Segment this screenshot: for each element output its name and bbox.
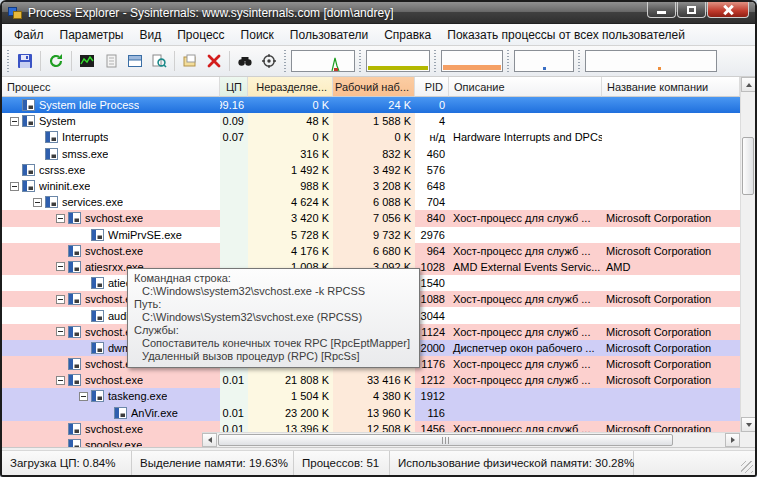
cell-desc bbox=[449, 146, 602, 162]
arrow-up-icon bbox=[746, 83, 752, 87]
close-button[interactable] bbox=[707, 2, 749, 18]
toolbar-grip[interactable] bbox=[282, 50, 289, 72]
toolbar-grip[interactable] bbox=[505, 50, 512, 72]
process-row[interactable]: Interrupts0.070 K0 Kн/дHardware Interrup… bbox=[2, 129, 740, 145]
menu-item[interactable]: Пользователи bbox=[282, 25, 376, 45]
process-row[interactable]: System0.0948 K1 588 K4 bbox=[2, 113, 740, 129]
scroll-down-button[interactable] bbox=[741, 417, 755, 432]
properties-button[interactable] bbox=[178, 49, 202, 73]
collapse-expander[interactable] bbox=[56, 295, 65, 304]
cell-ws: 7 056 K bbox=[333, 210, 415, 226]
maximize-button[interactable] bbox=[677, 2, 706, 18]
cell-pid: 4 bbox=[415, 113, 449, 129]
io-history-minigraph[interactable] bbox=[514, 50, 574, 72]
process-tree-cell: wininit.exe bbox=[2, 178, 220, 194]
process-row[interactable]: svchost.exe3 420 K7 056 K840Хост-процесс… bbox=[2, 210, 740, 226]
cell-company bbox=[602, 275, 740, 291]
menu-item[interactable]: Показать процессы от всех пользователей bbox=[439, 25, 693, 45]
collapse-expander[interactable] bbox=[79, 392, 88, 401]
process-row[interactable]: System Idle Process99.160 K24 K0 bbox=[2, 97, 740, 113]
cell-ws: 6 088 K bbox=[333, 194, 415, 210]
horizontal-scrollbar[interactable] bbox=[202, 432, 740, 447]
status-bar: Загрузка ЦП: 0.84%Выделение памяти: 19.6… bbox=[2, 450, 755, 475]
kill-process-button[interactable] bbox=[202, 49, 226, 73]
toolbar-grip[interactable] bbox=[432, 50, 439, 72]
process-name: spoolsv.exe bbox=[85, 439, 142, 447]
cell-ws: 3 208 K bbox=[333, 178, 415, 194]
column-header[interactable]: Название компании bbox=[602, 77, 740, 97]
cell-priv: 0 K bbox=[248, 129, 333, 145]
menu-item[interactable]: Параметры bbox=[52, 25, 132, 45]
show-lower-pane-button[interactable] bbox=[123, 49, 147, 73]
status-segment: Использование физической памяти: 30.28% bbox=[390, 451, 634, 475]
column-header[interactable]: ЦП bbox=[220, 77, 248, 97]
column-header[interactable]: Рабочий наб... bbox=[333, 77, 415, 97]
cell-pid: 1176 bbox=[415, 356, 449, 372]
scroll-right-button[interactable] bbox=[725, 433, 740, 447]
collapse-expander[interactable] bbox=[10, 182, 19, 191]
view-dlls-button[interactable] bbox=[147, 49, 171, 73]
process-row[interactable]: services.exe4 624 K6 088 K704 bbox=[2, 194, 740, 210]
commit-history-minigraph[interactable] bbox=[366, 50, 430, 72]
collapse-expander[interactable] bbox=[56, 214, 65, 223]
process-row[interactable]: taskeng.exe1 504 K4 380 K1912 bbox=[2, 388, 740, 404]
show-lower-pane-icon bbox=[127, 53, 143, 69]
vertical-scroll-thumb[interactable] bbox=[742, 137, 754, 195]
cell-company bbox=[602, 194, 740, 210]
process-row[interactable]: svchost.exe< 0.0121 808 K33 416 K1212Хос… bbox=[2, 372, 740, 388]
scroll-left-button[interactable] bbox=[202, 433, 217, 447]
toolbar-grip[interactable] bbox=[576, 50, 583, 72]
cpu-usage-minigraph[interactable] bbox=[291, 50, 355, 72]
process-row[interactable]: smss.exe316 K832 K460 bbox=[2, 146, 740, 162]
collapse-expander[interactable] bbox=[33, 198, 42, 207]
menu-item[interactable]: Справка bbox=[376, 25, 439, 45]
process-name: wininit.exe bbox=[39, 180, 90, 192]
minimize-button[interactable] bbox=[647, 2, 676, 18]
cell-cpu: < 0.01 bbox=[220, 372, 248, 388]
toolbar-grip[interactable] bbox=[357, 50, 364, 72]
process-name: svchost.exe bbox=[85, 423, 143, 435]
resize-grip-icon[interactable] bbox=[741, 461, 753, 473]
save-button[interactable] bbox=[13, 49, 37, 73]
column-header[interactable]: Процесс bbox=[2, 77, 220, 97]
cell-priv: 3 420 K bbox=[248, 210, 333, 226]
cell-company bbox=[602, 97, 740, 113]
scroll-up-button[interactable] bbox=[741, 77, 755, 92]
title-bar[interactable]: Process Explorer - Sysinternals: www.sys… bbox=[2, 2, 755, 24]
find-window-process-button[interactable] bbox=[257, 49, 281, 73]
process-row[interactable]: AnVir.exe0.0123 200 K13 960 K116 bbox=[2, 405, 740, 421]
collapse-expander[interactable] bbox=[10, 117, 19, 126]
process-row[interactable]: svchost.exe4 176 K6 680 K964Хост-процесс… bbox=[2, 243, 740, 259]
menu-item[interactable]: Поиск bbox=[233, 25, 282, 45]
process-icon bbox=[68, 245, 81, 257]
process-row[interactable]: csrss.exe1 492 K3 492 K576 bbox=[2, 162, 740, 178]
collapse-expander[interactable] bbox=[56, 262, 65, 271]
copy-icon bbox=[103, 53, 119, 69]
process-row[interactable]: wininit.exe988 K3 208 K648 bbox=[2, 178, 740, 194]
vertical-scrollbar[interactable] bbox=[740, 77, 755, 432]
refresh-button[interactable] bbox=[44, 49, 68, 73]
system-information-button[interactable] bbox=[75, 49, 99, 73]
physical-memory-minigraph[interactable] bbox=[441, 50, 503, 72]
cell-desc bbox=[449, 275, 602, 291]
collapse-expander[interactable] bbox=[56, 376, 65, 385]
process-row[interactable]: WmiPrvSE.exe5 728 K9 732 K2976 bbox=[2, 227, 740, 243]
horizontal-scroll-thumb[interactable] bbox=[218, 434, 673, 446]
toolbar-grip[interactable] bbox=[5, 50, 12, 72]
cell-ws: 832 K bbox=[333, 146, 415, 162]
find-handle-button[interactable] bbox=[233, 49, 257, 73]
column-header[interactable]: Неразделяе... bbox=[248, 77, 333, 97]
cell-priv: 1 504 K bbox=[248, 388, 333, 404]
menu-item[interactable]: Файл bbox=[6, 25, 52, 45]
menu-item[interactable]: Процесс bbox=[169, 25, 232, 45]
column-header[interactable]: Описание bbox=[449, 77, 602, 97]
refresh-icon bbox=[48, 53, 64, 69]
gpu-history-minigraph[interactable] bbox=[585, 50, 717, 72]
tooltip-line: C:\Windows\system32\svchost.exe -k RPCSS bbox=[134, 285, 413, 298]
cell-pid: 116 bbox=[415, 405, 449, 421]
column-header[interactable]: PID bbox=[415, 77, 449, 97]
collapse-expander[interactable] bbox=[56, 327, 65, 336]
copy-button[interactable] bbox=[99, 49, 123, 73]
cell-ws: 9 732 K bbox=[333, 227, 415, 243]
menu-item[interactable]: Вид bbox=[131, 25, 169, 45]
